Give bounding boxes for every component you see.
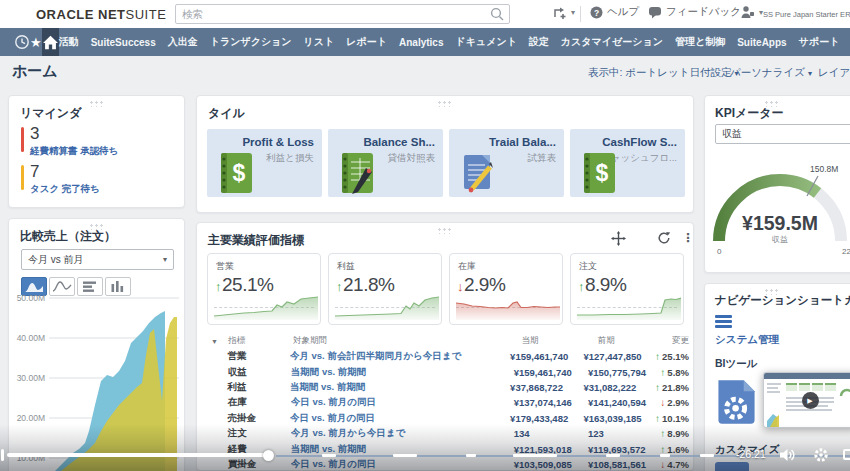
global-search[interactable] [175, 4, 510, 24]
layout-button[interactable]: レイアウト [818, 66, 850, 80]
time-remaining: -26:21 [736, 448, 766, 460]
role-menu-button[interactable]: ▾ [740, 5, 763, 19]
kpi-meter-title: KPIメーター [715, 105, 784, 122]
settings-gear-button[interactable] [813, 447, 829, 463]
current-role-label: SS Pure Japan Starter ERP - 管理者 [763, 10, 850, 20]
collapse-caret-icon[interactable]: ▼ [207, 338, 228, 345]
kpi-meter-metric-select[interactable]: 収益 ▾ [715, 124, 850, 144]
nav-item-transactions[interactable]: トランザクション [210, 35, 292, 49]
period-link[interactable]: 今日 vs. 前月の同日 [290, 412, 510, 425]
gauge-value-label: 収益 [772, 235, 788, 244]
kpi-table-row[interactable]: 注文 今月 vs. 前月から今日まで 134 123 ↑8.9% [207, 426, 689, 441]
personalize-button[interactable]: パーソナライズ ▾ [730, 66, 812, 80]
scrubber-played-bar[interactable] [7, 453, 265, 457]
quick-create-button[interactable]: ▾ [552, 5, 575, 20]
help-button[interactable]: ? ヘルプ [590, 5, 639, 19]
y-tick-label: 50.00M [17, 293, 45, 303]
play-icon: ▶ [807, 397, 812, 405]
kpi-table-row[interactable]: 利益 当期間 vs. 前期間 ¥37,868,722 ¥31,082,222 ↑… [207, 380, 689, 395]
tile-profit-loss[interactable]: Profit & Loss 利益と損失 [207, 129, 322, 197]
kpi-card-inventory[interactable]: 在庫 ↓2.9% [449, 253, 563, 325]
feedback-icon [648, 6, 662, 19]
kpi-table-row[interactable]: 売掛金 今日 vs. 前月の同日 ¥179,433,482 ¥163,039,1… [207, 411, 689, 426]
shortcut-bi-tools[interactable]: BIツール [715, 357, 758, 371]
nav-item-reports[interactable]: レポート [346, 35, 387, 49]
search-input[interactable] [176, 8, 490, 20]
period-link[interactable]: 今日 vs. 前月の同日 [291, 396, 514, 409]
kpi-table-row[interactable]: 営業 今月 vs. 前会計四半期同月から今日まで ¥159,461,740 ¥1… [207, 349, 689, 364]
kpi-card-label: 営業 [216, 260, 234, 273]
nav-item-suiteapps[interactable]: SuiteApps [737, 37, 786, 48]
shortcut-partial-icon[interactable] [715, 462, 749, 471]
clock-icon [14, 34, 30, 50]
kpi-table-row[interactable]: 買掛金 今日 vs. 前月の同日 ¥103,509,085 ¥108,581,5… [207, 457, 689, 471]
bi-tools-gearfile-icon[interactable] [713, 376, 760, 428]
nav-item-suitesuccess[interactable]: SuiteSuccess [91, 37, 156, 48]
period-link[interactable]: 今月 vs. 前月から今日まで [291, 427, 514, 440]
kpi-card-orders[interactable]: 注文 ↑8.9% [570, 253, 684, 325]
caret-down-icon: ▾ [571, 8, 575, 17]
quick-create-icon [552, 5, 567, 20]
hamburger-icon[interactable] [715, 315, 732, 330]
feedback-button[interactable]: フィードバック [648, 5, 741, 19]
nav-item-banking[interactable]: 入出金 [168, 35, 198, 49]
kpi-table-header: ▼ 指標 対象期間 当期 前期 変更 [207, 333, 689, 349]
portlet-drag-handle[interactable] [437, 227, 453, 234]
oracle-netsuite-logo[interactable]: ORACLE NETSUITE [36, 7, 166, 22]
portlet-drag-handle[interactable] [89, 100, 105, 107]
reminders-title: リマインダ [20, 105, 81, 122]
shortcut-system-admin[interactable]: システム管理 [715, 333, 779, 347]
scrubber-buffer-segment [322, 454, 336, 457]
arrow-down-icon: ↓ [660, 459, 665, 470]
portlet-drag-handle[interactable] [437, 100, 453, 107]
recent-records-button[interactable] [14, 28, 30, 56]
portlet-date-settings-button[interactable]: 表示中: ポートレット日付設定 ▾ [588, 66, 739, 80]
sparkline-profit [335, 294, 439, 320]
period-link[interactable]: 今月 vs. 前会計四半期同月から今日まで [290, 350, 510, 363]
pip-mini-gauge [839, 385, 850, 397]
ledger-pen-icon [335, 151, 375, 195]
volume-button[interactable] [779, 448, 797, 462]
period-link[interactable]: 当期間 vs. 前期間 [290, 381, 510, 394]
reminder-link-tasks[interactable]: タスク 完了待ち [30, 183, 100, 196]
shortcuts-button[interactable]: ★ [30, 28, 42, 56]
tile-title: Traial Bala... [489, 136, 556, 148]
nav-item-activities[interactable]: 活動 [59, 35, 79, 49]
nav-item-analytics[interactable]: Analytics [399, 37, 443, 48]
gauge-min-label: 0 [717, 247, 722, 256]
nav-item-setup[interactable]: 設定 [529, 35, 549, 49]
nav-item-governance[interactable]: 管理と制御 [675, 35, 725, 49]
search-icon[interactable] [490, 7, 505, 22]
tile-trial-balance[interactable]: Traial Bala... 試算表 [449, 129, 564, 197]
period-select[interactable]: 今月 vs 前月 ▾ [21, 249, 174, 270]
tile-cashflow[interactable]: CashFlow S... キャッシュフロ... [570, 129, 685, 197]
reminder-link-expense-reports[interactable]: 経費精算書 承認待ち [30, 145, 118, 158]
nav-item-documents[interactable]: ドキュメント [455, 35, 516, 49]
portlet-menu-button[interactable]: ⋮ [682, 231, 694, 245]
reminder-severity-bar [21, 165, 24, 190]
nav-item-customization[interactable]: カスタマイゼーション [561, 35, 663, 49]
tile-balance-sheet[interactable]: Balance Sh... 貸借対照表 [328, 129, 443, 197]
sparkline-inventory [456, 294, 560, 320]
nav-item-support[interactable]: サポート [799, 35, 840, 49]
scrubber-buffer-segment [393, 454, 417, 457]
scrubber-playhead[interactable] [263, 450, 274, 461]
portlet-refresh-button[interactable] [657, 231, 671, 245]
kpi-table-row[interactable]: 在庫 今日 vs. 前月の同日 ¥137,074,146 ¥141,240,59… [207, 395, 689, 410]
home-tab[interactable] [42, 28, 59, 56]
period-link[interactable]: 今日 vs. 前月の同日 [291, 458, 514, 471]
gauge-max-label: 22 [842, 247, 850, 256]
kpi-card-profit[interactable]: 利益 ↑21.8% [328, 253, 442, 325]
pip-video-thumbnail[interactable]: ▶ [763, 372, 850, 428]
tile-title: Balance Sh... [363, 136, 435, 148]
y-tick-label: 20.00M [17, 413, 45, 423]
play-button[interactable]: ▶ [802, 392, 819, 409]
portlet-move-button[interactable] [611, 231, 626, 246]
kpi-table-row[interactable]: 収益 当期間 vs. 前期間 ¥159,461,740 ¥150,775,794… [207, 364, 689, 379]
period-link[interactable]: 当期間 vs. 前期間 [291, 366, 514, 379]
nav-item-lists[interactable]: リスト [304, 35, 335, 49]
player-partial-button[interactable] [843, 449, 850, 460]
kpi-portlet: 主要業績評価指標 ⋮ 営業 ↑25.1% 利益 [196, 222, 694, 471]
kpi-card-sales[interactable]: 営業 ↑25.1% [207, 253, 321, 325]
top-bar: ORACLE NETSUITE ▾ ? ヘルプ [0, 0, 850, 28]
